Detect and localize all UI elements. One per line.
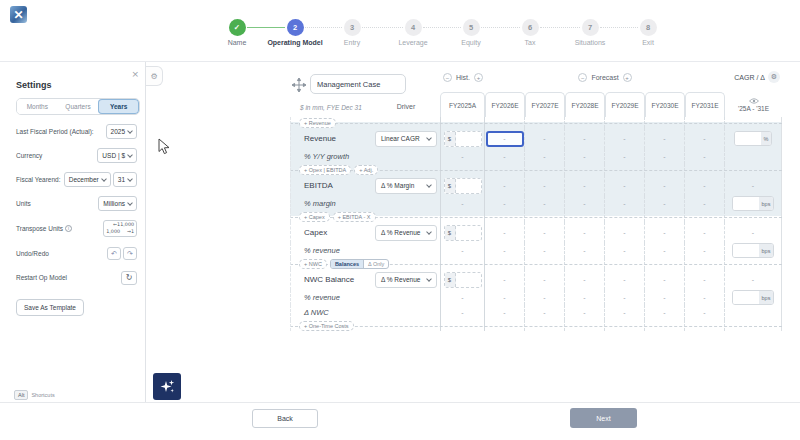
forecast-cell[interactable]: - — [525, 269, 565, 290]
settings-gear-tab[interactable]: ⚙ — [146, 66, 163, 86]
forecast-cell[interactable]: - — [605, 175, 645, 196]
forecast-cell[interactable]: - — [645, 269, 685, 290]
step-circle-exit[interactable]: 8 — [640, 19, 657, 36]
forecast-cell[interactable]: - — [565, 196, 605, 211]
forecast-cell[interactable]: - — [565, 290, 605, 305]
forecast-cell[interactable]: - — [605, 290, 645, 305]
step-circle-equity[interactable]: 5 — [463, 19, 480, 36]
cagr-cell[interactable] — [725, 149, 782, 164]
forecast-cell[interactable]: - — [485, 149, 525, 164]
save-as-template-button[interactable]: Save As Template — [16, 299, 84, 316]
step-circle-leverage[interactable]: 4 — [405, 19, 422, 36]
step-circle-situations[interactable]: 7 — [582, 19, 599, 36]
tab-quarters[interactable]: Quarters — [58, 99, 99, 114]
restart-icon[interactable]: ↻ — [121, 271, 137, 285]
forecast-cell[interactable]: - — [565, 149, 605, 164]
minus-circle-icon[interactable]: − — [578, 73, 587, 82]
forecast-cell[interactable]: - — [485, 305, 525, 320]
forecast-cell[interactable]: - — [565, 243, 605, 258]
hist-cell[interactable]: - — [440, 290, 485, 305]
case-name-input[interactable] — [310, 74, 406, 94]
forecast-cell[interactable]: - — [645, 149, 685, 164]
forecast-cell[interactable]: - — [565, 269, 605, 290]
forecast-cell[interactable]: - — [485, 196, 525, 211]
driver-select[interactable]: Linear CAGR — [375, 131, 437, 147]
section-pill[interactable]: + Adj. — [354, 165, 378, 175]
forecast-cell[interactable]: - — [685, 149, 725, 164]
forecast-cell[interactable]: - — [605, 128, 645, 149]
cagr-cell[interactable]: - — [725, 269, 782, 290]
forecast-cell[interactable]: - — [685, 269, 725, 290]
section-pill[interactable]: + NWC — [299, 259, 327, 269]
hist-cell[interactable]: $ — [440, 175, 485, 196]
forecast-cell[interactable]: - — [565, 128, 605, 149]
step-circle-tax[interactable]: 6 — [522, 19, 539, 36]
forecast-cell[interactable]: - — [645, 196, 685, 211]
forecast-cell[interactable]: - — [605, 149, 645, 164]
hist-cell[interactable]: - — [440, 196, 485, 211]
forecast-cell[interactable]: - — [685, 243, 725, 258]
column-header-FY2028E[interactable]: FY2028E — [565, 92, 605, 117]
forecast-cell[interactable]: - — [605, 305, 645, 320]
section-pill[interactable]: + EBITDA - X — [333, 212, 376, 222]
forecast-cell[interactable]: - — [645, 222, 685, 243]
forecast-cell[interactable]: - — [685, 305, 725, 320]
plus-circle-icon[interactable]: + — [474, 73, 483, 82]
forecast-cell[interactable]: - — [565, 175, 605, 196]
column-header-FY2029E[interactable]: FY2029E — [605, 92, 645, 117]
cagr-cell[interactable]: bps — [725, 290, 782, 305]
driver-select[interactable]: Δ % Margin — [375, 178, 437, 194]
forecast-cell[interactable]: - — [685, 175, 725, 196]
cagr-input[interactable]: bps — [732, 290, 775, 305]
forecast-cell[interactable]: - — [645, 243, 685, 258]
forecast-cell[interactable]: - — [525, 149, 565, 164]
forecast-cell[interactable]: - — [485, 128, 525, 149]
driver-select[interactable]: Δ % Revenue — [375, 272, 437, 288]
forecast-cell[interactable]: - — [525, 305, 565, 320]
hist-cell[interactable]: $ — [440, 222, 485, 243]
hist-cell[interactable]: - — [440, 149, 485, 164]
hist-cell[interactable]: $ — [440, 128, 485, 149]
cagr-cell[interactable]: bps — [725, 196, 782, 211]
column-header-FY2026E[interactable]: FY2026E — [485, 92, 525, 117]
currency-select[interactable]: USD | $ — [97, 148, 137, 163]
column-header-FY2031E[interactable]: FY2031E — [685, 92, 725, 117]
cagr-cell[interactable] — [725, 305, 782, 320]
cagr-cell[interactable]: bps — [725, 243, 782, 258]
driver-select[interactable]: Δ % Revenue — [375, 225, 437, 241]
redo-icon[interactable]: ↷ — [123, 247, 137, 260]
transpose-units-button[interactable]: ←1 1,000 1,000 →1 — [103, 220, 137, 237]
forecast-cell[interactable]: - — [645, 290, 685, 305]
gear-icon[interactable]: ⚙ — [768, 71, 780, 83]
forecast-cell[interactable]: - — [685, 196, 725, 211]
last-fiscal-select[interactable]: 2025 — [106, 124, 137, 139]
forecast-cell[interactable]: - — [645, 175, 685, 196]
forecast-cell[interactable]: - — [485, 290, 525, 305]
dollar-input[interactable]: $ — [444, 178, 482, 194]
forecast-cell[interactable]: - — [685, 222, 725, 243]
forecast-cell[interactable]: - — [525, 196, 565, 211]
forecast-cell[interactable]: - — [485, 269, 525, 290]
plus-circle-icon[interactable]: + — [623, 73, 632, 82]
dollar-input[interactable]: $ — [444, 225, 482, 241]
cagr-cell[interactable]: - — [725, 222, 782, 243]
forecast-cell[interactable]: - — [525, 290, 565, 305]
forecast-cell[interactable]: - — [525, 222, 565, 243]
forecast-cell[interactable]: - — [485, 243, 525, 258]
tab-years[interactable]: Years — [98, 99, 139, 114]
section-pill[interactable]: + One-Time Costs — [299, 321, 354, 331]
hist-cell[interactable]: - — [440, 305, 485, 320]
dollar-input[interactable]: $ — [444, 272, 482, 288]
forecast-cell[interactable]: - — [485, 175, 525, 196]
close-icon[interactable]: × — [131, 69, 139, 79]
cagr-input[interactable]: bps — [732, 196, 775, 211]
forecast-cell[interactable]: - — [645, 128, 685, 149]
cagr-input[interactable]: bps — [732, 243, 775, 258]
units-select[interactable]: Millions — [98, 196, 137, 211]
next-button[interactable]: Next — [570, 408, 637, 428]
column-header-FY2025A[interactable]: FY2025A — [440, 92, 485, 117]
step-circle-name[interactable]: ✓ — [229, 19, 246, 36]
ai-assistant-button[interactable] — [153, 373, 181, 400]
column-header-FY2030E[interactable]: FY2030E — [645, 92, 685, 117]
hist-cell[interactable]: $ — [440, 269, 485, 290]
